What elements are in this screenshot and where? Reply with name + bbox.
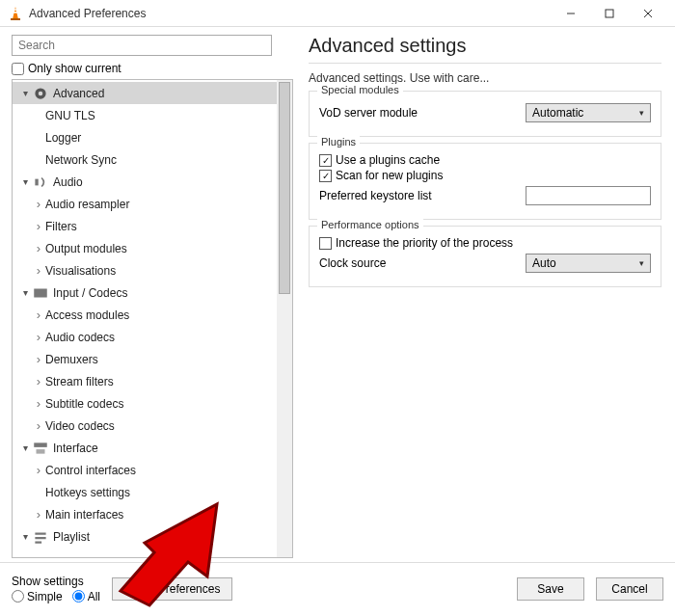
clock-source-select[interactable]: Auto — [526, 254, 651, 273]
vod-select[interactable]: Automatic — [526, 103, 651, 122]
chevron-down-icon[interactable] — [18, 88, 32, 98]
page-title: Advanced settings — [309, 35, 662, 57]
tree-item[interactable]: Demuxers — [13, 348, 277, 370]
show-settings-all-radio[interactable]: All — [72, 590, 100, 603]
chevron-right-icon[interactable] — [32, 197, 45, 211]
chevron-right-icon[interactable] — [32, 418, 45, 433]
svg-rect-12 — [34, 442, 47, 447]
increase-priority-checkbox[interactable]: Increase the priority of the process — [319, 236, 651, 250]
chevron-down-icon[interactable] — [18, 531, 32, 542]
close-button[interactable] — [629, 2, 667, 25]
chevron-right-icon[interactable] — [32, 241, 45, 255]
chevron-right-icon[interactable] — [32, 308, 45, 322]
tree-item-playlist[interactable]: Playlist — [13, 525, 277, 548]
left-panel: Only show current Advanced GNU TLS Logge… — [0, 27, 299, 562]
tree-item[interactable]: Output modules — [13, 237, 277, 259]
cancel-button[interactable]: Cancel — [596, 577, 663, 601]
tree-scrollbar[interactable] — [277, 80, 292, 557]
clock-source-label: Clock source — [319, 256, 518, 270]
tree-item[interactable]: Logger — [13, 126, 277, 148]
tree-item[interactable]: Control interfaces — [13, 459, 277, 481]
tree-item[interactable]: Network Sync — [13, 148, 277, 171]
audio-icon — [32, 174, 49, 190]
minimize-button[interactable] — [552, 2, 590, 25]
group-special-modules: Special modules VoD server module Automa… — [309, 91, 662, 137]
tree-item[interactable]: Audio resampler — [13, 193, 277, 215]
keystore-label: Preferred keystore list — [319, 189, 518, 202]
reset-preferences-button[interactable]: Reset Preferences — [112, 577, 232, 601]
save-button[interactable]: Save — [517, 577, 584, 601]
window-title: Advanced Preferences — [29, 7, 552, 20]
chevron-down-icon[interactable] — [18, 442, 32, 453]
chevron-right-icon[interactable] — [32, 352, 45, 366]
chevron-right-icon[interactable] — [32, 463, 45, 477]
show-settings-simple-radio[interactable]: Simple — [12, 590, 63, 603]
keystore-input[interactable] — [526, 186, 651, 205]
chevron-right-icon[interactable] — [32, 396, 45, 411]
maximize-button[interactable] — [590, 2, 629, 25]
tree-item[interactable]: Filters — [13, 215, 277, 237]
interface-icon — [32, 441, 49, 456]
svg-rect-3 — [11, 18, 20, 20]
svg-rect-10 — [35, 178, 38, 185]
svg-point-9 — [39, 91, 43, 95]
right-panel: Advanced settings Advanced settings. Use… — [299, 27, 675, 562]
tree-item-audio[interactable]: Audio — [13, 171, 277, 193]
svg-rect-5 — [606, 10, 613, 17]
tree-item[interactable]: Audio codecs — [13, 326, 277, 348]
page-subtext: Advanced settings. Use with care... — [309, 71, 662, 85]
group-plugins: Plugins Use a plugins cache Scan for new… — [309, 143, 662, 220]
scan-new-plugins-checkbox[interactable]: Scan for new plugins — [319, 169, 651, 182]
only-show-current-checkbox[interactable]: Only show current — [12, 62, 293, 75]
tree-item[interactable]: Hotkeys settings — [13, 481, 277, 503]
codecs-icon — [32, 285, 49, 301]
chevron-right-icon[interactable] — [32, 219, 45, 233]
chevron-right-icon[interactable] — [32, 263, 45, 278]
settings-tree[interactable]: Advanced GNU TLS Logger Network Sync Aud… — [13, 80, 277, 557]
titlebar: Advanced Preferences — [0, 0, 675, 27]
gear-icon — [32, 86, 49, 101]
chevron-right-icon[interactable] — [32, 330, 45, 344]
show-settings-label: Show settings — [12, 575, 100, 588]
svg-rect-2 — [14, 9, 17, 10]
tree-item[interactable]: Subtitle codecs — [13, 392, 277, 415]
chevron-right-icon[interactable] — [32, 507, 45, 522]
tree-item[interactable]: Visualisations — [13, 259, 277, 281]
chevron-right-icon[interactable] — [32, 374, 45, 388]
vlc-cone-icon — [8, 6, 23, 21]
vod-label: VoD server module — [319, 106, 518, 120]
chevron-down-icon[interactable] — [18, 176, 32, 187]
svg-rect-13 — [37, 449, 45, 454]
tree-item[interactable]: Access modules — [13, 304, 277, 326]
tree-item[interactable]: Main interfaces — [13, 503, 277, 525]
footer: Show settings Simple All Reset Preferenc… — [0, 562, 675, 614]
playlist-icon — [32, 529, 49, 545]
tree-item-advanced[interactable]: Advanced — [13, 82, 277, 104]
search-input[interactable] — [12, 35, 272, 56]
tree-item[interactable]: GNU TLS — [13, 104, 277, 126]
tree-item-interface[interactable]: Interface — [13, 437, 277, 459]
use-plugins-cache-checkbox[interactable]: Use a plugins cache — [319, 153, 651, 167]
chevron-down-icon[interactable] — [18, 287, 32, 298]
tree-item[interactable]: Video codecs — [13, 415, 277, 437]
tree-item-input-codecs[interactable]: Input / Codecs — [13, 281, 277, 304]
svg-rect-1 — [14, 12, 18, 13]
group-performance: Performance options Increase the priorit… — [309, 226, 662, 287]
svg-rect-11 — [34, 288, 47, 297]
tree-item[interactable]: Stream filters — [13, 370, 277, 392]
